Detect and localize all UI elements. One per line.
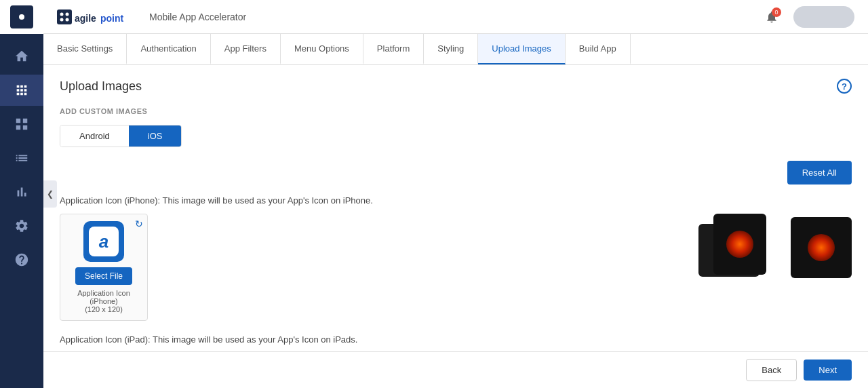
next-button[interactable]: Next [804,360,852,381]
apps-icon [14,83,29,98]
tab-basic-settings[interactable]: Basic Settings [43,34,127,64]
svg-point-4 [66,18,69,21]
svg-text:point: point [100,13,124,24]
iphone-upload-box: ↻ a Select File Application Icon (iPhone… [60,214,148,321]
sidebar-collapse-button[interactable]: ❮ [43,180,57,208]
page-title-row: Upload Images ? [60,79,852,94]
sidebar-nav [0,41,43,275]
sidebar-item-home[interactable] [0,41,43,72]
iphone-upload-section: ↻ a Select File Application Icon (iPhone… [60,214,852,321]
iphone-device-front [713,214,766,275]
sidebar-item-list[interactable] [0,142,43,174]
svg-point-3 [60,18,64,21]
iphone-single-device [791,217,852,278]
svg-text:agile: agile [75,13,96,24]
user-avatar[interactable] [793,6,854,28]
chart-icon [14,185,29,199]
iphone-firework-single [808,234,835,261]
iphone-icon-inner: a [89,227,119,256]
tab-app-filters[interactable]: App Filters [211,34,281,64]
chevron-left-icon: ❮ [47,189,54,199]
iphone-icon-letter: a [99,231,108,252]
ipad-section: Application Icon (iPad): This image will… [60,334,852,351]
sidebar-item-settings[interactable] [0,210,43,241]
app-title: Mobile App Accelerator [149,12,246,22]
tab-build-app[interactable]: Build App [566,34,631,64]
iphone-firework-preview [726,231,753,258]
logo-square [10,5,33,28]
sidebar-item-help[interactable] [0,244,43,275]
sidebar-logo [0,0,43,34]
home-icon [14,49,29,64]
logo-dot [19,14,24,20]
sidebar [0,0,43,388]
content-area: Upload Images ? ADD CUSTOM IMAGES Androi… [43,65,868,351]
section-label: ADD CUSTOM IMAGES [60,107,852,115]
ipad-icon-description: Application Icon (iPad): This image will… [60,334,852,345]
list-icon [14,151,29,166]
iphone-icon-description: Application Icon (iPhone): This image wi… [60,195,852,206]
sidebar-item-chart[interactable] [0,176,43,208]
settings-icon [14,218,29,233]
header-right: 0 [761,6,854,28]
tab-upload-images[interactable]: Upload Images [478,34,565,64]
iphone-select-file-button[interactable]: Select File [75,267,132,285]
platform-toggle-group: Android iOS [60,125,182,147]
iphone-refresh-icon[interactable]: ↻ [135,218,143,229]
iphone-device-stack: a [698,214,780,282]
agilepoint-logo-svg: agile point [57,7,138,27]
tab-styling[interactable]: Styling [424,34,478,64]
svg-point-1 [60,12,64,16]
tab-bar: Basic Settings Authentication App Filter… [43,34,868,65]
grid-icon [14,117,29,132]
help-icon-button[interactable]: ? [837,79,852,94]
svg-rect-0 [57,9,72,24]
iphone-preview-images: a [698,214,852,282]
notification-bell[interactable]: 0 [761,6,783,28]
android-toggle-button[interactable]: Android [60,125,129,147]
reset-all-button[interactable]: Reset All [787,161,852,185]
app-logo: agile point [57,7,138,27]
footer: Back Next [43,351,868,388]
page-title: Upload Images [60,79,142,94]
svg-point-2 [66,12,69,16]
tab-authentication[interactable]: Authentication [127,34,210,64]
ios-toggle-button[interactable]: iOS [129,125,182,147]
iphone-section: Application Icon (iPhone): This image wi… [60,195,852,321]
back-button[interactable]: Back [746,359,797,381]
top-header: agile point Mobile App Accelerator 0 [43,0,868,34]
tab-platform[interactable]: Platform [363,34,424,64]
help-icon-sidebar [14,252,29,267]
iphone-icon-preview: a [83,221,124,262]
iphone-upload-label: Application Icon (iPhone) (120 x 120) [67,289,140,313]
tab-menu-options[interactable]: Menu Options [281,34,363,64]
notification-badge: 0 [772,7,781,17]
sidebar-item-apps[interactable] [0,75,43,106]
main-area: agile point Mobile App Accelerator 0 Bas… [43,0,868,388]
sidebar-item-grid[interactable] [0,109,43,140]
